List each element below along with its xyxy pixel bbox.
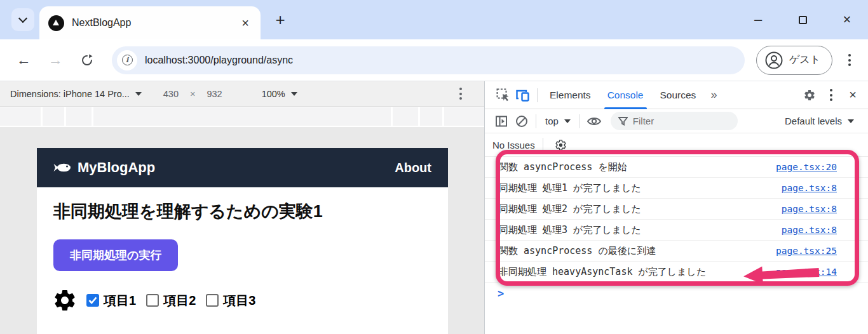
window-close-button[interactable]: × [832,0,862,39]
device-zoom-select[interactable]: 100% [262,89,297,99]
console-message-row: 関数 asyncProcess の最後に到達 page.tsx:25 [485,241,868,262]
issues-bar: No Issues [485,133,868,156]
issues-counter[interactable]: No Issues [492,140,535,150]
clear-console-button[interactable] [512,111,532,131]
console-source-link[interactable]: page.tsx:8 [782,183,837,193]
console-message-row: 非同期処理 heavyAsyncTask が完了しました page.tsx:14 [485,262,868,283]
device-toolbar-toggle-button[interactable] [513,85,533,105]
gear-icon [52,288,78,313]
checkbox-item[interactable]: 項目3 [206,292,255,309]
separator [537,88,538,102]
browser-tab[interactable]: NextBlogApp × [39,6,261,39]
page-navbar: MyBlogApp About [37,148,448,187]
profile-button[interactable]: ゲスト [756,46,832,75]
checkbox-unchecked-icon[interactable] [206,294,219,307]
tab-elements[interactable]: Elements [541,81,599,109]
device-emulation-background: MyBlogApp About 非同期処理を理解するための実験1 非同期処理の実… [0,127,484,334]
dimensions-times: × [190,89,195,99]
tab-title: NextBlogApp [72,17,239,29]
console-message-row: 同期処理 処理2 が完了しました page.tsx:8 [485,199,868,220]
nextjs-favicon-icon [48,15,64,31]
console-message-text: 同期処理 処理2 が完了しました [499,203,641,215]
new-tab-button[interactable]: + [269,9,291,30]
console-sidebar-toggle-button[interactable] [491,111,512,131]
checkbox-label: 項目1 [104,292,136,309]
checkbox-unchecked-icon[interactable] [146,294,159,307]
console-message-text: 同期処理 処理3 が完了しました [499,224,641,236]
console-message-list: 関数 asyncProcess を開始 page.tsx:20 同期処理 処理1… [485,156,868,283]
caret-down-icon [848,119,854,123]
checkbox-row: 項目1項目2項目3 [52,288,448,313]
caret-down-icon [564,119,571,123]
address-toolbar: ← → i localhost:3000/playground/async ゲス… [0,39,868,81]
console-toolbar: top Default levels [485,109,868,133]
log-levels-select[interactable]: Default levels [785,116,868,126]
tab-close-button[interactable]: × [239,16,252,30]
content-area: Dimensions: iPhone 14 Pro... 430 × 932 1… [0,81,868,334]
gear-icon [803,89,816,102]
info-icon: i [122,55,133,65]
console-message-text: 非同期処理 heavyAsyncTask が完了しました [499,266,706,278]
reload-icon [81,54,93,67]
window-minimize-button[interactable]: – [743,0,773,39]
inspect-cursor-icon [496,88,510,102]
console-settings-button[interactable] [551,135,571,155]
tab-console[interactable]: Console [599,81,652,109]
devtools-close-button[interactable]: × [843,85,863,105]
tab-search-button[interactable] [11,8,34,31]
context-selector[interactable]: top [545,116,571,126]
back-button[interactable]: ← [13,50,34,71]
filter-input[interactable] [633,116,722,126]
checkbox-checked-icon[interactable] [86,294,99,307]
more-tabs-button[interactable]: » [704,88,723,102]
url-text[interactable]: localhost:3000/playground/async [145,55,293,66]
separator [536,114,536,128]
sidebar-panel-icon [495,115,508,128]
device-toolbar-menu-button[interactable] [451,85,470,103]
device-width-field[interactable]: 430 [163,89,179,99]
console-message-text: 同期処理 処理1 が完了しました [499,182,641,194]
live-expression-button[interactable] [584,111,604,131]
console-source-link[interactable]: page.tsx:8 [782,225,837,235]
browser-window: NextBlogApp × + – × ← → i localhost:3000… [0,0,868,334]
brand-link[interactable]: MyBlogApp [53,159,155,176]
console-message-row: 関数 asyncProcess を開始 page.tsx:20 [485,157,868,178]
profile-label: ゲスト [789,53,820,67]
person-icon [764,51,783,70]
checkbox-label: 項目2 [163,292,196,309]
viewport-pane: Dimensions: iPhone 14 Pro... 430 × 932 1… [0,81,484,334]
run-async-button[interactable]: 非同期処理の実行 [53,239,178,271]
console-source-link[interactable]: page.tsx:20 [776,162,837,172]
console-prompt[interactable]: > [498,287,504,300]
nav-about-link[interactable]: About [395,161,431,175]
console-message-text: 関数 asyncProcess を開始 [499,161,627,173]
tab-sources[interactable]: Sources [652,81,705,109]
inspect-element-button[interactable] [492,85,513,105]
reload-button[interactable] [76,50,98,71]
console-source-link[interactable]: page.tsx:25 [776,246,837,256]
dimensions-select[interactable]: Dimensions: iPhone 14 Pro... [10,89,130,99]
device-toggle-icon [516,89,530,102]
brand-label: MyBlogApp [78,159,155,176]
separator [543,138,543,152]
devtools-panel: Elements Console Sources » × [484,81,868,334]
console-source-link[interactable]: page.tsx:8 [782,204,837,214]
window-maximize-button[interactable] [788,0,817,39]
forward-button[interactable]: → [44,50,66,71]
browser-menu-button[interactable] [840,50,859,71]
separator [580,114,580,128]
checkbox-item[interactable]: 項目2 [146,292,196,309]
url-bar[interactable]: i localhost:3000/playground/async [112,46,745,74]
eye-icon [587,116,602,127]
page-heading: 非同期処理を理解するための実験1 [53,200,431,223]
chevron-down-icon [18,13,27,22]
devtools-settings-button[interactable] [799,85,820,105]
device-height-field[interactable]: 932 [207,89,222,99]
console-filter[interactable] [611,112,738,130]
media-query-bar[interactable] [0,107,484,127]
devtools-tabbar: Elements Console Sources » × [485,81,868,109]
console-source-link[interactable]: page.tsx:14 [776,267,837,277]
site-info-button[interactable]: i [117,50,137,70]
devtools-menu-button[interactable] [821,85,841,105]
checkbox-item[interactable]: 項目1 [86,292,136,309]
